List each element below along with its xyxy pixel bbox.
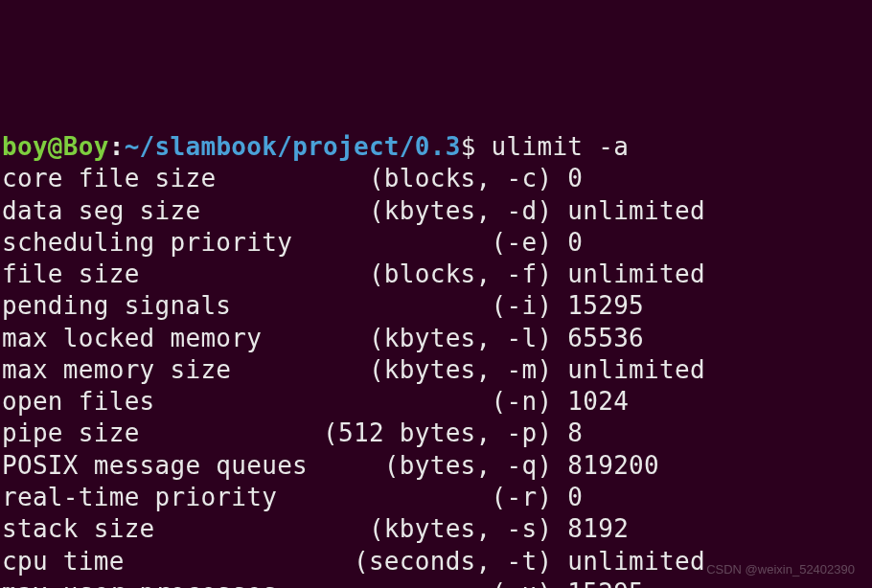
limit-value: 15295 xyxy=(567,578,644,588)
command-text: ulimit -a xyxy=(492,132,630,161)
limit-name: stack size xyxy=(2,514,369,543)
limit-spec: (kbytes, -m) xyxy=(369,355,567,384)
ulimit-row: pending signals (-i) 15295 xyxy=(2,290,870,322)
limit-value: 819200 xyxy=(567,451,659,480)
ulimit-row: max locked memory (kbytes, -l) 65536 xyxy=(2,323,870,354)
limit-name: max locked memory xyxy=(2,324,369,352)
prompt-dollar: $ xyxy=(461,132,492,161)
prompt-user: boy@Boy xyxy=(2,132,109,161)
limit-name: open files xyxy=(2,387,369,416)
ulimit-row: core file size (blocks, -c) 0 xyxy=(2,163,870,194)
limit-spec: (bytes, -q) xyxy=(384,451,567,480)
prompt-colon: : xyxy=(109,132,125,161)
limit-spec: (kbytes, -l) xyxy=(369,324,567,352)
limit-name: POSIX message queues xyxy=(2,451,384,480)
terminal-output: boy@Boy:~/slambook/project/0.3$ ulimit -… xyxy=(2,131,870,588)
limit-name: max memory size xyxy=(2,355,369,384)
limit-name: pipe size xyxy=(2,418,323,447)
limit-value: unlimited xyxy=(567,196,705,225)
limit-value: 0 xyxy=(567,164,583,192)
limit-value: 65536 xyxy=(567,324,644,352)
ulimit-row: file size (blocks, -f) unlimited xyxy=(2,259,870,290)
limit-value: 15295 xyxy=(567,291,644,320)
ulimit-row: max user processes (-u) 15295 xyxy=(2,577,870,588)
prompt-path: ~/slambook/project/0.3 xyxy=(125,132,461,161)
ulimit-row: real-time priority (-r) 0 xyxy=(2,482,870,513)
limit-name: real-time priority xyxy=(2,483,369,511)
ulimit-row: max memory size (kbytes, -m) unlimited xyxy=(2,354,870,386)
limit-value: 0 xyxy=(567,483,583,511)
prompt-line[interactable]: boy@Boy:~/slambook/project/0.3$ ulimit -… xyxy=(2,131,870,163)
ulimit-row: pipe size (512 bytes, -p) 8 xyxy=(2,418,870,449)
limit-spec: (-i) xyxy=(369,291,567,320)
ulimit-row: stack size (kbytes, -s) 8192 xyxy=(2,513,870,545)
limit-value: unlimited xyxy=(567,547,705,576)
limit-name: file size xyxy=(2,260,369,288)
limit-spec: (-r) xyxy=(369,483,567,511)
limit-value: unlimited xyxy=(567,260,705,288)
ulimit-row: data seg size (kbytes, -d) unlimited xyxy=(2,195,870,227)
limit-name: scheduling priority xyxy=(2,228,369,257)
limit-value: unlimited xyxy=(567,355,705,384)
limit-spec: (-u) xyxy=(369,578,567,588)
ulimit-row: POSIX message queues (bytes, -q) 819200 xyxy=(2,450,870,482)
limit-spec: (-n) xyxy=(369,387,567,416)
limit-name: cpu time xyxy=(2,547,354,576)
ulimit-row: open files (-n) 1024 xyxy=(2,386,870,418)
watermark: CSDN @weixin_52402390 xyxy=(706,562,855,578)
limit-value: 8 xyxy=(567,418,583,447)
limit-spec: (-e) xyxy=(369,228,567,257)
limit-value: 1024 xyxy=(567,387,629,416)
limit-spec: (seconds, -t) xyxy=(354,547,567,576)
limit-spec: (kbytes, -d) xyxy=(369,196,567,225)
limit-spec: (kbytes, -s) xyxy=(369,514,567,543)
limit-name: data seg size xyxy=(2,196,369,225)
limit-value: 0 xyxy=(567,228,583,257)
limit-spec: (512 bytes, -p) xyxy=(323,418,567,447)
limit-value: 8192 xyxy=(567,514,629,543)
limit-name: pending signals xyxy=(2,291,369,320)
limit-name: max user processes xyxy=(2,578,369,588)
limit-name: core file size xyxy=(2,164,369,192)
limit-spec: (blocks, -f) xyxy=(369,260,567,288)
ulimit-row: scheduling priority (-e) 0 xyxy=(2,227,870,259)
limit-spec: (blocks, -c) xyxy=(369,164,567,192)
